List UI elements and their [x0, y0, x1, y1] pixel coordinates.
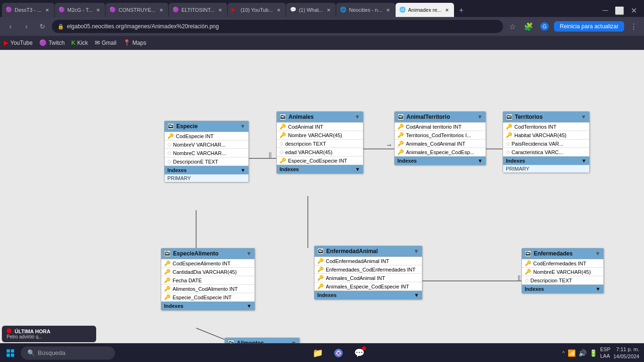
- table-animales-expand[interactable]: ▼: [355, 114, 360, 120]
- tab-favicon-dessT3: 🟣: [6, 7, 12, 13]
- maximize-button[interactable]: ⬜: [613, 4, 626, 17]
- table-enfermedades-expand[interactable]: ▼: [595, 250, 601, 257]
- pk-icon: 🔑: [164, 260, 171, 266]
- table-animales-indexes[interactable]: Indexes ▼: [277, 165, 363, 173]
- pk-icon: 🔑: [164, 277, 171, 283]
- close-button[interactable]: ✕: [627, 4, 640, 17]
- table-especie-indexes[interactable]: Indexes ▼: [165, 166, 248, 174]
- clock[interactable]: 7:11 p. m. 14/05/2024: [613, 346, 639, 360]
- bookmark-gmail[interactable]: ✉ Gmail: [95, 39, 116, 46]
- field-enf-1-name: NombreE VARCHAR(45): [533, 269, 591, 275]
- indexes-expand[interactable]: ▼: [240, 167, 246, 173]
- tab-close-dessT3[interactable]: ✕: [44, 7, 50, 13]
- url-bar[interactable]: 🔒 elgabo05.neocities.org/imagenes/Animad…: [52, 20, 503, 33]
- tab-close-youtube[interactable]: ✕: [275, 7, 282, 13]
- pk-icon: 🔑: [506, 123, 512, 130]
- field-especie-1: ◇ NombreV VARCHAR...: [165, 140, 248, 149]
- table-animales-icon: 🗂: [280, 114, 286, 120]
- maps-icon: 📍: [123, 39, 131, 46]
- indexes-expand[interactable]: ▼: [478, 158, 483, 164]
- tab-favicon-m2cg: 🟣: [58, 7, 65, 13]
- tab-close-construye[interactable]: ✕: [158, 7, 165, 13]
- table-especiealimento-indexes[interactable]: Indexes ▼: [161, 302, 255, 310]
- bookmark-twitch[interactable]: 🟣 Twitch: [39, 39, 65, 46]
- tab-construye[interactable]: 🟣 CONSTRUYE... ✕: [106, 3, 168, 17]
- tab-label-eltitosint: ELTITOSINT...: [182, 7, 215, 13]
- bookmark-maps[interactable]: 📍 Maps: [123, 39, 146, 46]
- field-ea-4: 🔑 Especie_CodEspecie INT: [161, 293, 255, 302]
- table-especiealimento-expand[interactable]: ▼: [246, 250, 252, 257]
- minimize-button[interactable]: ─: [599, 4, 612, 17]
- extensions-icon[interactable]: 🧩: [522, 20, 535, 33]
- table-enfermedadanimal-expand[interactable]: ▼: [413, 248, 419, 255]
- volume-icon[interactable]: 🔊: [578, 349, 586, 357]
- table-animalterritorio-indexes[interactable]: Indexes ▼: [395, 156, 486, 165]
- taskbar-chrome[interactable]: [330, 345, 347, 362]
- tab-close-animadex[interactable]: ✕: [444, 7, 450, 13]
- refresh-button[interactable]: ↻: [36, 20, 49, 33]
- start-button[interactable]: [0, 344, 21, 362]
- tab-dessT3[interactable]: 🟣 DessT3 - ... ✕: [2, 3, 54, 17]
- taskbar-search[interactable]: 🔍 Búsqueda: [21, 346, 115, 360]
- profile-icon[interactable]: G: [538, 20, 551, 33]
- table-territorios-indexes[interactable]: Indexes ▼: [503, 156, 589, 165]
- nullable-icon: ◇: [506, 149, 510, 155]
- field-enf-1: 🔑 NombreE VARCHAR(45): [522, 268, 603, 276]
- table-enfermedadanimal-icon: 🗂: [317, 248, 324, 255]
- indexes-expand[interactable]: ▼: [595, 286, 601, 292]
- table-animalterritorio-expand[interactable]: ▼: [477, 114, 483, 120]
- star-icon[interactable]: ☆: [506, 20, 519, 33]
- field-enfanim-3: 🔑 Animales_Especie_CodEspecie INT: [314, 282, 422, 291]
- table-especie-header: 🗂 Especie ▼: [165, 121, 248, 132]
- indexes-expand[interactable]: ▼: [355, 166, 360, 172]
- field-territorios-0: 🔑 CodTerritorios INT: [503, 123, 589, 131]
- search-icon: 🔍: [27, 349, 35, 356]
- back-button[interactable]: ‹: [4, 20, 17, 33]
- tab-m2cg[interactable]: 🟣 M2cG - T... ✕: [55, 3, 106, 17]
- svg-text:G: G: [543, 24, 547, 29]
- browser-window: 🟣 DessT3 - ... ✕ 🟣 M2cG - T... ✕ 🟣 CONST…: [0, 0, 644, 343]
- update-button[interactable]: Reinicia para actualizar: [554, 21, 624, 32]
- tab-animadex[interactable]: 🌐 Animadex re... ✕: [396, 3, 454, 17]
- table-especie-expand[interactable]: ▼: [240, 123, 246, 130]
- taskbar-file-explorer[interactable]: 📁: [309, 345, 326, 362]
- indexes-expand[interactable]: ▼: [581, 158, 586, 164]
- forward-button[interactable]: ›: [20, 20, 33, 33]
- youtube-icon: ▶: [4, 39, 8, 46]
- tab-eltitosint[interactable]: 🟣 ELTITOSINT... ✕: [169, 3, 228, 17]
- tab-favicon-eltitosint: 🟣: [173, 7, 179, 13]
- field-animales-3-name: edad VARCHAR(45): [285, 149, 332, 155]
- bookmark-kick[interactable]: K Kick: [71, 39, 88, 46]
- tab-whatsapp[interactable]: 💬 (1) What... ✕: [286, 3, 336, 17]
- table-alimentos-expand[interactable]: ▼: [291, 340, 297, 343]
- tab-favicon-whatsapp: 💬: [290, 7, 297, 13]
- table-alimentos-name: Alimentos: [237, 340, 264, 343]
- taskbar-discord[interactable]: 💬: [351, 345, 368, 362]
- menu-icon[interactable]: ⋮: [627, 20, 640, 33]
- indexes-label: Indexes: [167, 167, 187, 173]
- indexes-label: Indexes: [164, 303, 183, 309]
- tab-neocities[interactable]: 🌐 Neocities - n... ✕: [336, 3, 395, 17]
- pk-icon: 🔑: [525, 260, 531, 266]
- indexes-expand[interactable]: ▼: [414, 292, 419, 298]
- tab-youtube[interactable]: ▶ (10) YouTub... ✕: [228, 3, 286, 17]
- tab-close-eltitosint[interactable]: ✕: [217, 7, 223, 13]
- battery-icon: 🔋: [589, 349, 597, 357]
- tab-close-neocities[interactable]: ✕: [385, 7, 391, 13]
- nullable-icon: ◇: [167, 141, 171, 148]
- indexes-expand[interactable]: ▼: [247, 303, 252, 309]
- field-territorios-1-name: Habitat VARCHAR(45): [514, 132, 566, 138]
- table-enfermedadanimal-indexes[interactable]: Indexes ▼: [314, 291, 422, 299]
- table-territorios-expand[interactable]: ▼: [581, 114, 586, 120]
- table-especiealimento-name: EspecieAlimento: [173, 250, 219, 257]
- new-tab-button[interactable]: +: [454, 4, 468, 17]
- tab-close-m2cg[interactable]: ✕: [95, 7, 101, 13]
- bookmark-youtube[interactable]: ▶ YouTube: [4, 39, 33, 46]
- field-especie-0: 🔑 CodEspecie INT: [165, 132, 248, 140]
- table-enfermedades-indexes[interactable]: Indexes ▼: [522, 285, 603, 293]
- table-enfermedades: 🗂 Enfermedades ▼ 🔑 CodEnfermedades INT 🔑…: [521, 248, 604, 294]
- field-enf-2: ◇ Descripcion TEXT: [522, 276, 603, 285]
- field-territorios-3: ◇ Caracteristica VARC...: [503, 148, 589, 156]
- tab-close-whatsapp[interactable]: ✕: [325, 7, 332, 13]
- chevron-up-icon[interactable]: ^: [562, 350, 565, 356]
